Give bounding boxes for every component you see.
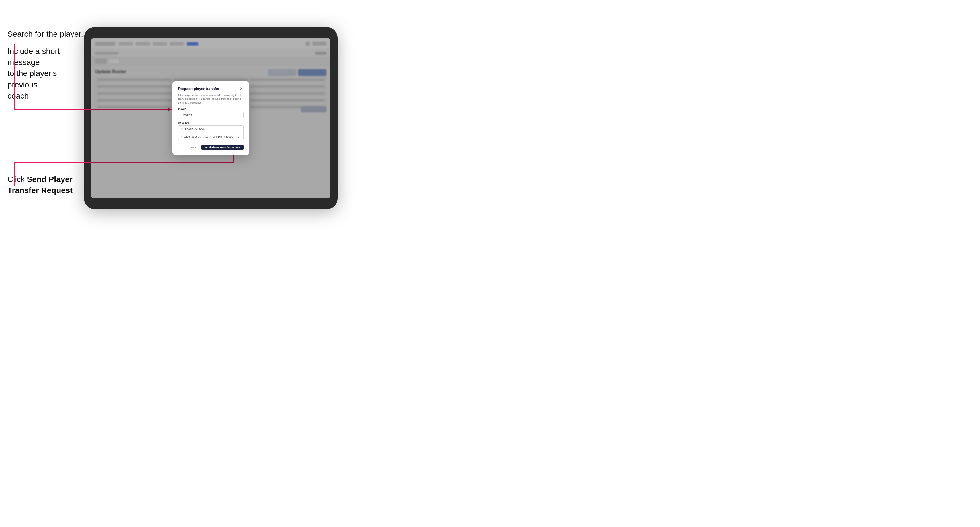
player-input[interactable] bbox=[178, 112, 243, 118]
close-button[interactable]: ✕ bbox=[239, 87, 243, 91]
modal-title: Request player transfer bbox=[178, 87, 220, 91]
tablet-device: Update Roster bbox=[84, 27, 337, 209]
message-textarea[interactable]: Hi Coach McHarg, Please accept this tran… bbox=[178, 125, 243, 140]
annotation-message-line3: coach bbox=[7, 91, 29, 100]
tablet-screen: Update Roster bbox=[91, 38, 331, 198]
annotation-message: Include a short message to the player's … bbox=[7, 46, 81, 102]
annotation-message-line1: Include a short message bbox=[7, 47, 60, 67]
modal-header: Request player transfer ✕ bbox=[178, 87, 243, 91]
cancel-button[interactable]: Cancel bbox=[186, 145, 199, 150]
annotation-click-prefix: Click bbox=[7, 175, 27, 184]
modal-footer: Cancel Send Player Transfer Request bbox=[178, 144, 243, 150]
annotation-search: Search for the player. bbox=[7, 29, 83, 40]
annotation-message-line2: to the player's previous bbox=[7, 69, 57, 89]
message-label: Message bbox=[178, 121, 243, 124]
modal-overlay: Request player transfer ✕ If the player … bbox=[91, 38, 331, 198]
player-label: Player bbox=[178, 108, 243, 111]
request-transfer-modal: Request player transfer ✕ If the player … bbox=[172, 81, 249, 155]
annotation-search-text: Search for the player. bbox=[7, 30, 83, 38]
annotation-click: Click Send Player Transfer Request bbox=[7, 174, 81, 196]
modal-description: If the player is transferring from anoth… bbox=[178, 94, 243, 105]
send-transfer-request-button[interactable]: Send Player Transfer Request bbox=[201, 144, 243, 150]
